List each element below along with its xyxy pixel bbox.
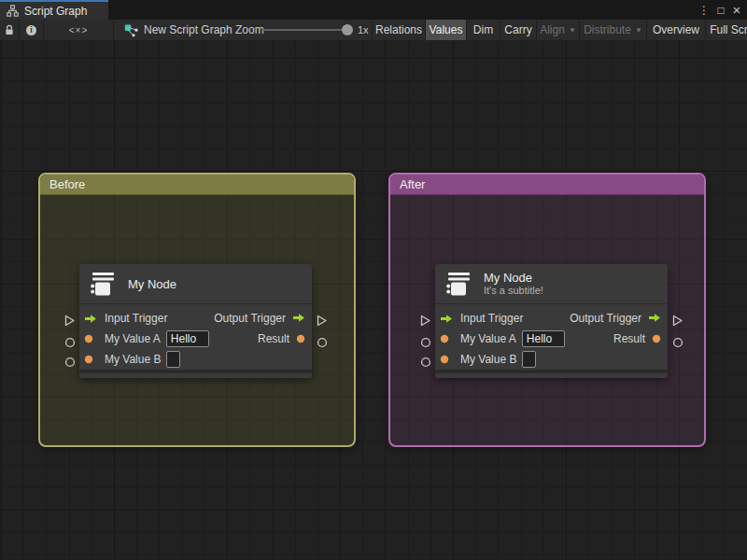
value-b-label: My Value B	[460, 353, 516, 366]
control-output-port[interactable]	[671, 315, 684, 327]
control-input-port[interactable]	[63, 315, 76, 327]
unit-node-icon	[444, 271, 472, 298]
chevron-down-icon: ▼	[569, 26, 576, 35]
tab-title: Script Graph	[24, 5, 87, 18]
group-before-header[interactable]: Before	[40, 175, 354, 195]
value-a-label: My Value A	[105, 332, 161, 345]
tab-bar: Script Graph ⋮ □ ×	[0, 0, 747, 20]
value-b-label: My Value B	[105, 353, 161, 366]
window-maximize-icon[interactable]: □	[713, 0, 728, 20]
zoom-value: 1x	[358, 20, 369, 40]
value-input-port[interactable]	[63, 356, 76, 368]
full-screen-button[interactable]: Full Screen	[705, 20, 747, 40]
value-b-input[interactable]	[522, 351, 536, 368]
value-a-dot-icon[interactable]	[84, 334, 99, 343]
zoom-slider-handle[interactable]	[342, 24, 353, 35]
align-dropdown[interactable]: Align▼	[536, 20, 579, 40]
input-trigger-label: Input Trigger	[460, 312, 523, 325]
value-a-input[interactable]	[522, 330, 565, 347]
port-row-value-b: My Value B	[435, 349, 668, 370]
graph-hierarchy-icon	[7, 5, 19, 17]
graph-canvas[interactable]: Before After	[0, 40, 747, 560]
input-trigger-label: Input Trigger	[105, 312, 167, 325]
carry-button[interactable]: Carry	[500, 20, 536, 40]
distribute-dropdown[interactable]: Distribute▼	[579, 20, 646, 40]
unit-node-icon	[89, 271, 117, 298]
graph-toolbar: i <×> New Script Graph Zoom 1x Relations…	[0, 20, 747, 40]
info-button[interactable]: i	[20, 20, 44, 40]
port-row-triggers: Input Trigger Output Trigger	[79, 308, 312, 329]
lock-button[interactable]	[0, 20, 20, 40]
result-label: Result	[258, 332, 289, 345]
value-input-port[interactable]	[63, 336, 76, 348]
node-my-node-before[interactable]: My Node Input Trigger Output Trigger	[79, 264, 312, 378]
script-graph-window: Script Graph ⋮ □ × i <×> New Script Gr	[0, 0, 747, 560]
output-trigger-arrow-icon[interactable]	[648, 310, 661, 327]
tab-script-graph[interactable]: Script Graph	[0, 0, 108, 20]
toolbar-button-group: Relations Values Dim Carry Align▼ Distri…	[372, 20, 747, 40]
node-footer	[435, 370, 668, 378]
dim-button[interactable]: Dim	[466, 20, 500, 40]
port-row-value-a: My Value A Result	[435, 329, 668, 349]
value-b-dot-icon[interactable]	[440, 355, 455, 364]
port-row-value-a: My Value A Result	[79, 329, 312, 349]
value-b-dot-icon[interactable]	[84, 355, 99, 364]
relations-button[interactable]: Relations	[372, 20, 425, 40]
value-a-label: My Value A	[460, 332, 516, 345]
output-trigger-label: Output Trigger	[214, 312, 286, 325]
node-footer	[79, 370, 312, 378]
graph-name-button[interactable]: New Script Graph	[124, 20, 233, 40]
node-title: My Node	[484, 271, 543, 285]
value-a-dot-icon[interactable]	[440, 334, 455, 343]
control-input-port[interactable]	[419, 315, 431, 327]
value-input-port[interactable]	[419, 356, 431, 368]
window-close-icon[interactable]: ×	[729, 0, 744, 20]
value-input-port[interactable]	[419, 336, 431, 348]
result-dot-icon[interactable]	[296, 330, 305, 347]
zoom-label: Zoom	[235, 20, 264, 40]
result-dot-icon[interactable]	[652, 330, 661, 347]
code-preview-button[interactable]: <×>	[44, 20, 114, 40]
values-button[interactable]: Values	[425, 20, 466, 40]
node-subtitle: It's a subtitle!	[484, 285, 543, 297]
input-trigger-arrow-icon[interactable]	[84, 314, 99, 324]
result-label: Result	[613, 332, 645, 345]
node-body: Input Trigger Output Trigger My	[435, 304, 668, 370]
lock-icon	[4, 24, 15, 36]
node-body: Input Trigger Output Trigger My	[79, 304, 312, 370]
port-row-triggers: Input Trigger Output Trigger	[435, 308, 668, 329]
graph-name-label: New Script Graph	[144, 23, 233, 36]
value-output-port[interactable]	[316, 336, 328, 348]
code-icon: <×>	[69, 25, 89, 35]
script-graph-asset-icon	[124, 23, 138, 37]
control-output-port[interactable]	[316, 315, 328, 327]
value-a-input[interactable]	[166, 330, 209, 347]
value-output-port[interactable]	[671, 336, 684, 348]
window-menu-icon[interactable]: ⋮	[697, 0, 712, 20]
value-b-input[interactable]	[166, 351, 180, 368]
output-trigger-label: Output Trigger	[570, 312, 641, 325]
node-title: My Node	[128, 277, 176, 291]
output-trigger-arrow-icon[interactable]	[292, 310, 305, 327]
overview-button[interactable]: Overview	[646, 20, 705, 40]
node-my-node-after[interactable]: My Node It's a subtitle! Input Trigger O…	[435, 264, 668, 378]
port-row-value-b: My Value B	[79, 349, 312, 370]
input-trigger-arrow-icon[interactable]	[440, 314, 455, 324]
node-header[interactable]: My Node It's a subtitle!	[435, 264, 668, 304]
node-header[interactable]: My Node	[79, 264, 312, 304]
chevron-down-icon: ▼	[635, 26, 642, 35]
zoom-slider-track[interactable]	[262, 29, 344, 31]
group-after-header[interactable]: After	[390, 175, 704, 195]
info-icon: i	[26, 25, 36, 35]
